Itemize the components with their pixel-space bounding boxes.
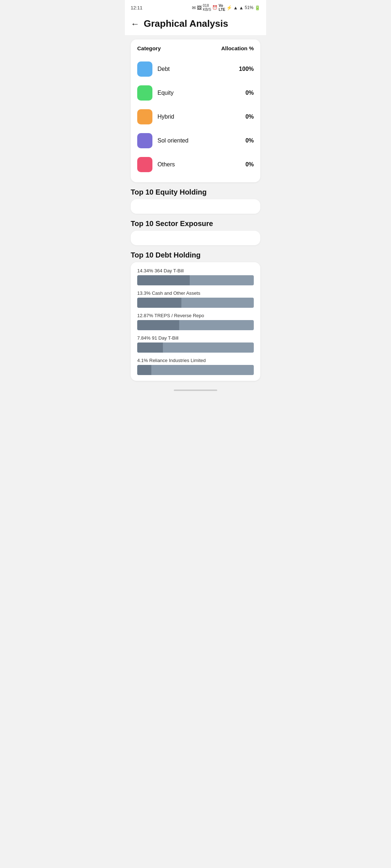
debt-allocation: 100% — [239, 66, 254, 72]
debt-bar-item: 14.34% 364 Day T-Bill — [137, 268, 254, 285]
debt-label: Debt — [157, 66, 170, 72]
equity-holding-title: Top 10 Equity Holding — [131, 188, 260, 196]
debt-bar-item: 7.84% 91 Day T-Bill — [137, 335, 254, 353]
debt-bar-label: 12.87% TREPS / Reverse Repo — [137, 313, 254, 318]
status-bar: 12:11 ✉ 🖼 018KB/S ⏰ VoLTE ⚡ ▲ ▲ 51% 🔋 — [125, 0, 266, 14]
debt-bar-item: 12.87% TREPS / Reverse Repo — [137, 313, 254, 330]
debt-bar-label: 4.1% Reliance Industries Limited — [137, 358, 254, 363]
equity-label: Equity — [157, 90, 173, 96]
debt-holding-card: 14.34% 364 Day T-Bill13.3% Cash and Othe… — [131, 262, 260, 381]
category-col-header: Category — [137, 45, 161, 51]
category-left-others: Others — [137, 157, 175, 172]
debt-bar-track — [137, 298, 254, 308]
category-header-row: Category Allocation % — [137, 45, 254, 51]
equity-holding-section: Top 10 Equity Holding — [131, 188, 260, 214]
category-allocation-card: Category Allocation % Debt 100% Equity 0… — [131, 39, 260, 182]
sol-color-indicator — [137, 133, 152, 148]
back-button[interactable]: ← — [131, 20, 139, 28]
allocation-col-header: Allocation % — [221, 45, 254, 51]
debt-holding-title: Top 10 Debt Holding — [131, 251, 260, 259]
debt-bar-fill — [137, 298, 181, 308]
debt-bar-label: 7.84% 91 Day T-Bill — [137, 335, 254, 341]
scroll-indicator — [125, 385, 266, 394]
battery-level: 51% — [245, 5, 253, 10]
category-row-others: Others 0% — [137, 153, 254, 176]
others-color-indicator — [137, 157, 152, 172]
debt-bar-track — [137, 320, 254, 330]
signal-icon: ▲ — [239, 5, 244, 10]
debt-bar-track — [137, 275, 254, 285]
sol-label: Sol oriented — [157, 137, 188, 144]
debt-holding-section: Top 10 Debt Holding 14.34% 364 Day T-Bil… — [131, 251, 260, 381]
category-left-hybrid: Hybrid — [137, 109, 174, 124]
others-label: Others — [157, 161, 175, 168]
equity-holding-card — [131, 199, 260, 214]
debt-bar-fill — [137, 320, 179, 330]
bluetooth-icon: ⚡ — [226, 5, 232, 10]
volte-icon: VoLTE — [219, 4, 225, 12]
debt-bar-item: 4.1% Reliance Industries Limited — [137, 358, 254, 375]
category-row-hybrid: Hybrid 0% — [137, 105, 254, 129]
others-allocation: 0% — [245, 161, 254, 168]
debt-bar-label: 13.3% Cash and Other Assets — [137, 290, 254, 296]
alarm-icon: ⏰ — [212, 5, 218, 10]
page-title: Graphical Analysis — [144, 18, 228, 29]
category-row-debt: Debt 100% — [137, 57, 254, 81]
sector-exposure-card — [131, 231, 260, 245]
battery-icon: 🔋 — [255, 5, 260, 10]
scroll-bar — [174, 390, 217, 391]
debt-bar-fill — [137, 342, 163, 353]
category-row-equity: Equity 0% — [137, 81, 254, 105]
network-speed: 018KB/S — [203, 4, 211, 12]
main-content: Category Allocation % Debt 100% Equity 0… — [125, 35, 266, 385]
equity-color-indicator — [137, 85, 152, 101]
hybrid-allocation: 0% — [245, 114, 254, 120]
wifi-icon: ▲ — [233, 5, 238, 10]
status-icons: ✉ 🖼 018KB/S ⏰ VoLTE ⚡ ▲ ▲ 51% 🔋 — [192, 4, 260, 12]
sector-exposure-title: Top 10 Sector Exposure — [131, 220, 260, 228]
gmail-icon: ✉ — [192, 5, 196, 10]
debt-bar-fill — [137, 275, 190, 285]
category-left-sol: Sol oriented — [137, 133, 188, 148]
hybrid-color-indicator — [137, 109, 152, 124]
category-left-debt: Debt — [137, 61, 170, 77]
sol-allocation: 0% — [245, 137, 254, 144]
status-time: 12:11 — [131, 5, 143, 10]
equity-allocation: 0% — [245, 90, 254, 96]
category-row-sol-oriented: Sol oriented 0% — [137, 129, 254, 153]
debt-bar-track — [137, 342, 254, 353]
debt-color-indicator — [137, 61, 152, 77]
debt-bar-item: 13.3% Cash and Other Assets — [137, 290, 254, 308]
image-icon: 🖼 — [197, 5, 202, 10]
debt-bar-fill — [137, 365, 151, 375]
header: ← Graphical Analysis — [125, 14, 266, 35]
debt-bar-track — [137, 365, 254, 375]
hybrid-label: Hybrid — [157, 114, 174, 120]
sector-exposure-section: Top 10 Sector Exposure — [131, 220, 260, 245]
category-left-equity: Equity — [137, 85, 173, 101]
debt-bar-label: 14.34% 364 Day T-Bill — [137, 268, 254, 273]
